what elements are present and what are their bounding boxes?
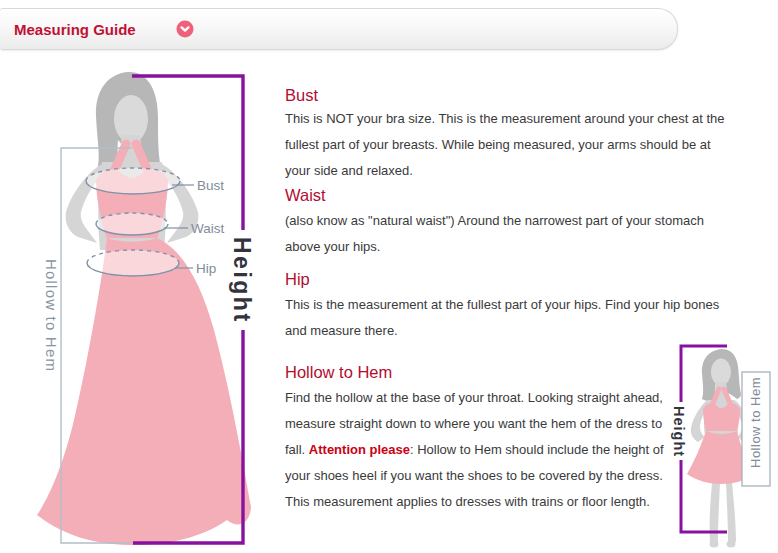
waist-measure-ellipse — [96, 213, 168, 235]
hollow-to-hem-label: Hollow to Hem — [748, 377, 763, 468]
hip-measure-ellipse — [87, 250, 179, 276]
main-measuring-diagram: Bust Waist Hip Hollow to Hem Height — [28, 60, 270, 553]
bust-description: This is NOT your bra size. This is the m… — [285, 106, 737, 184]
waist-heading: Waist — [285, 186, 326, 205]
attention-label: Attention please — [309, 442, 410, 457]
right-leg — [726, 483, 736, 542]
hollow-to-hem-description: Find the hollow at the base of your thro… — [285, 385, 681, 515]
bust-heading: Bust — [285, 86, 318, 105]
measuring-guide-page: Measuring Guide — [0, 0, 778, 553]
bust-measure-ellipse — [86, 168, 180, 194]
waist-label: Waist — [191, 221, 224, 236]
hip-label: Hip — [196, 261, 216, 276]
right-foot — [727, 541, 736, 548]
measure-ellipses — [86, 168, 180, 276]
face — [711, 359, 731, 386]
hollow-to-hem-heading: Hollow to Hem — [285, 363, 392, 382]
hollow-to-hem-label: Hollow to Hem — [43, 259, 60, 372]
chevron-down-icon[interactable] — [176, 20, 194, 38]
hip-heading: Hip — [285, 270, 310, 289]
page-title: Measuring Guide — [14, 21, 136, 38]
waist-description: (also know as "natural waist") Around th… — [285, 208, 737, 260]
small-measuring-diagram: Height Hollow to Hem — [660, 330, 778, 553]
measuring-guide-header[interactable]: Measuring Guide — [0, 8, 678, 50]
small-hollow-to-hem-box: Hollow to Hem — [742, 372, 770, 486]
bust-label: Bust — [197, 178, 224, 193]
height-label: Height — [229, 237, 255, 324]
height-label: Height — [671, 406, 687, 457]
left-foot — [710, 541, 719, 548]
skirt — [37, 238, 251, 545]
